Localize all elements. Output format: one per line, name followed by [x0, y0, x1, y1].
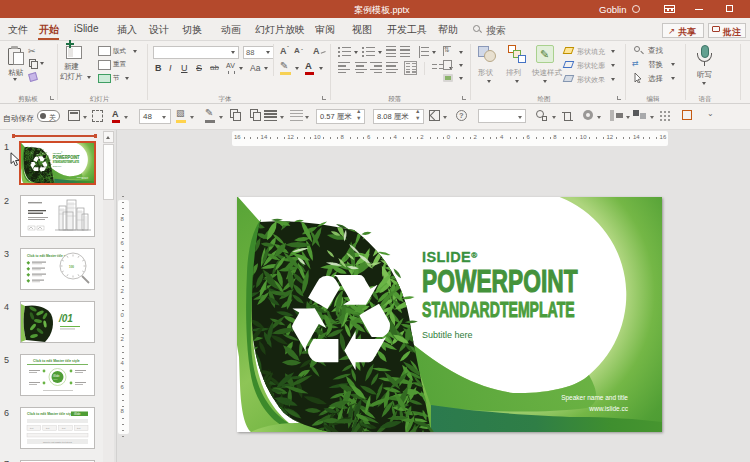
svg-text:Click to edit Master text styl: Click to edit Master text styles	[43, 441, 73, 443]
svg-text:STANDARDTEMPLATE: STANDARDTEMPLATE	[422, 297, 575, 321]
svg-text:/01: /01	[58, 313, 73, 324]
svg-text:100: 100	[69, 265, 74, 269]
svg-text:text: text	[62, 427, 66, 429]
svg-text:ISLIDE®: ISLIDE®	[422, 249, 477, 265]
svg-text:www.islide.cc: www.islide.cc	[82, 178, 89, 179]
svg-text:iSlide: iSlide	[74, 412, 81, 416]
svg-text:Speaker name and title: Speaker name and title	[561, 394, 628, 402]
svg-text:Click to edit Master title sty: Click to edit Master title style	[33, 359, 80, 363]
svg-text:www.islide.cc: www.islide.cc	[588, 405, 628, 412]
svg-text:text: text	[46, 427, 50, 429]
svg-text:POWERPOINT: POWERPOINT	[422, 264, 578, 298]
svg-text:text: text	[77, 427, 81, 429]
svg-text:Click to edit Master title sty: Click to edit Master title style	[27, 412, 74, 416]
svg-text:text: text	[30, 427, 34, 429]
svg-text:STANDARDTEMPLATE: STANDARDTEMPLATE	[53, 160, 79, 165]
svg-text:Subtitle here: Subtitle here	[422, 330, 473, 340]
svg-text:POWERPOINT: POWERPOINT	[53, 155, 80, 161]
